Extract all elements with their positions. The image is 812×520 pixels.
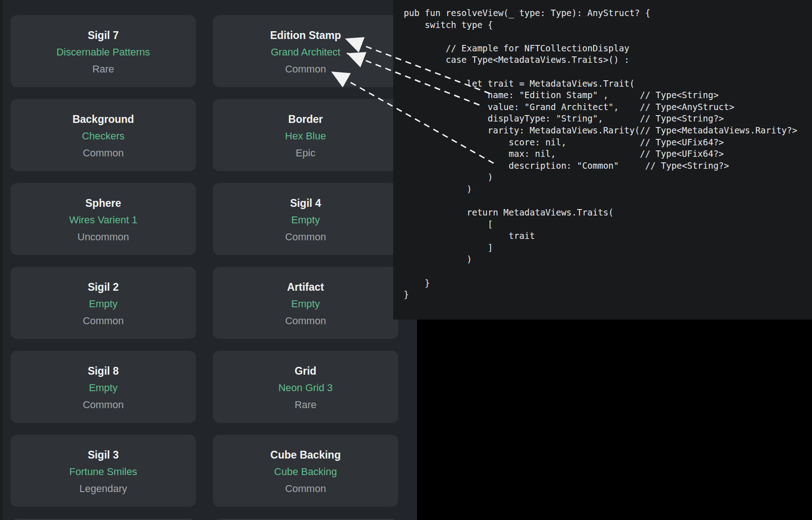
trait-rarity: Rare	[92, 63, 114, 75]
trait-title: Artifact	[287, 281, 324, 293]
trait-card: Cube BackingCube BackingCommon	[213, 435, 398, 507]
trait-title: Sigil 3	[88, 449, 119, 461]
trait-value: Grand Architect	[271, 46, 340, 58]
trait-page: Sigil 7Discernable PatternsRareEdition S…	[0, 0, 417, 520]
trait-title: Cube Backing	[270, 449, 340, 461]
trait-value: Neon Grid 3	[278, 382, 333, 394]
trait-value: Hex Blue	[285, 130, 326, 142]
trait-title: Grid	[295, 365, 316, 377]
trait-card: GridNeon Grid 3Rare	[213, 351, 398, 423]
trait-title: Sigil 7	[88, 29, 119, 41]
trait-card: Sigil 7Discernable PatternsRare	[11, 15, 196, 87]
trait-value: Empty	[89, 298, 117, 310]
trait-title: Sigil 8	[88, 365, 119, 377]
trait-card: Sigil 3Fortune SmilesLegendary	[11, 435, 196, 507]
trait-rarity: Common	[83, 399, 123, 411]
trait-card: SphereWires Varient 1Uncommon	[11, 183, 196, 255]
trait-value: Cube Backing	[274, 466, 337, 478]
code-overlay-panel: pub fun resolveView(_ type: Type): AnySt…	[393, 0, 812, 320]
trait-grid: Sigil 7Discernable PatternsRareEdition S…	[11, 15, 398, 520]
trait-value: Empty	[291, 298, 320, 310]
trait-card: BackgroundCheckersCommon	[11, 99, 196, 171]
trait-card: Sigil 4EmptyCommon	[213, 183, 398, 255]
trait-card: ArtifactEmptyCommon	[213, 267, 398, 339]
trait-value: Fortune Smiles	[69, 466, 137, 478]
cadence-code: pub fun resolveView(_ type: Type): AnySt…	[393, 0, 812, 301]
trait-rarity: Common	[285, 315, 326, 327]
trait-value: Discernable Patterns	[56, 46, 150, 58]
trait-card: Sigil 2EmptyCommon	[11, 267, 196, 339]
trait-rarity: Epic	[296, 147, 316, 159]
trait-value: Empty	[89, 382, 117, 394]
trait-title: Sigil 4	[290, 197, 321, 209]
trait-value: Empty	[291, 214, 320, 226]
trait-card: Sigil 8EmptyCommon	[11, 351, 196, 423]
trait-card: BorderHex BlueEpic	[213, 99, 398, 171]
trait-rarity: Uncommon	[78, 231, 129, 243]
page-edge-strip	[0, 0, 3, 520]
trait-rarity: Common	[83, 315, 123, 327]
trait-rarity: Rare	[295, 399, 317, 411]
trait-rarity: Common	[285, 63, 326, 75]
trait-rarity: Common	[83, 147, 123, 159]
trait-title: Border	[288, 113, 323, 125]
trait-rarity: Common	[285, 231, 326, 243]
trait-title: Background	[72, 113, 134, 125]
trait-card: Edition StampGrand ArchitectCommon	[213, 15, 398, 87]
trait-title: Edition Stamp	[270, 29, 341, 41]
trait-title: Sphere	[85, 197, 121, 209]
trait-rarity: Common	[285, 483, 326, 495]
trait-value: Wires Varient 1	[69, 214, 138, 226]
trait-value: Checkers	[82, 130, 125, 142]
trait-rarity: Legendary	[79, 483, 127, 495]
trait-title: Sigil 2	[88, 281, 119, 293]
